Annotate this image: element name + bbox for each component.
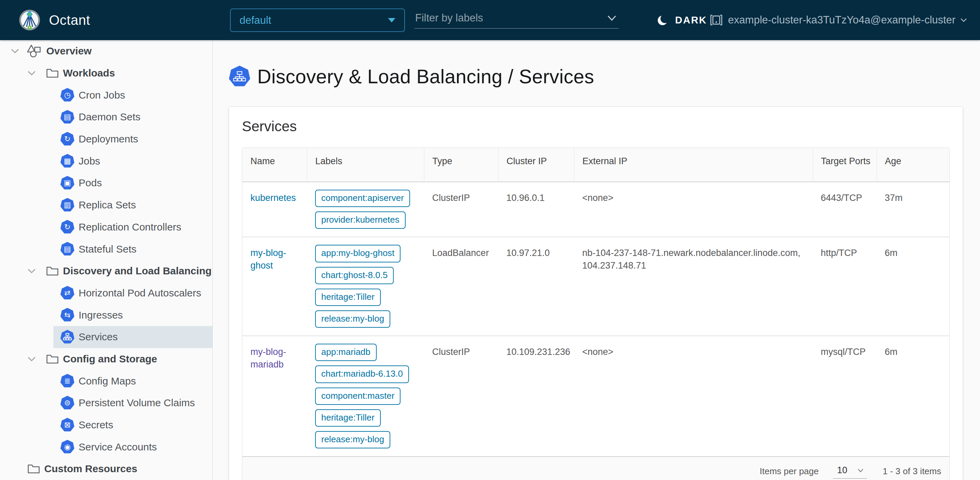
cron-jobs-icon: ◷ bbox=[60, 88, 75, 102]
sidebar-item-replication-controllers[interactable]: ↻Replication Controllers bbox=[53, 216, 212, 238]
chevron-down-icon[interactable] bbox=[27, 268, 36, 274]
column-header-age: Age bbox=[877, 148, 950, 182]
stateful-sets-icon: ▤ bbox=[60, 242, 75, 256]
label-tag[interactable]: app:mariadb bbox=[315, 344, 377, 361]
column-header-target-ports: Target Ports bbox=[813, 148, 877, 182]
app-title: Octant bbox=[49, 13, 90, 28]
label-tag[interactable]: component:master bbox=[315, 388, 401, 405]
replication-controllers-icon: ↻ bbox=[60, 220, 75, 234]
sidebar-item-custom-resources[interactable]: Custom Resources bbox=[0, 458, 212, 480]
horizontal-pod-autoscalers-icon: ⇄ bbox=[60, 286, 75, 300]
filter-by-labels-input[interactable]: Filter by labels bbox=[414, 8, 619, 29]
chevron-down-icon[interactable] bbox=[27, 356, 36, 362]
page-title: Discovery & Load Balancing / Services bbox=[229, 65, 963, 89]
moon-icon bbox=[656, 13, 670, 27]
sidebar-item-stateful-sets[interactable]: ▤Stateful Sets bbox=[53, 238, 212, 260]
name-cell: my-blog-ghost bbox=[242, 237, 307, 336]
sidebar-item-label: Horizontal Pod Autoscalers bbox=[79, 287, 201, 299]
service-link[interactable]: my-blog-ghost bbox=[250, 248, 286, 270]
chevron-down-icon[interactable] bbox=[11, 48, 19, 54]
chevron-down-icon bbox=[607, 15, 617, 21]
deployments-icon: ↻ bbox=[60, 132, 75, 146]
sidebar-item-config-maps[interactable]: ≣Config Maps bbox=[53, 370, 212, 392]
filter-placeholder: Filter by labels bbox=[415, 12, 483, 24]
label-tag[interactable]: chart:ghost-8.0.5 bbox=[315, 267, 394, 284]
sidebar-item-label: Jobs bbox=[79, 155, 100, 167]
label-tag[interactable]: release:my-blog bbox=[315, 431, 390, 448]
sidebar-item-label: Overview bbox=[46, 45, 92, 57]
sidebar-item-ingresses[interactable]: ⇆Ingresses bbox=[53, 304, 212, 326]
sidebar-item-cron-jobs[interactable]: ◷Cron Jobs bbox=[53, 84, 212, 106]
sidebar-item-overview[interactable]: Overview bbox=[0, 40, 212, 62]
sidebar-item-config-and-storage[interactable]: Config and Storage bbox=[0, 348, 212, 370]
label-tag[interactable]: component:apiserver bbox=[315, 190, 410, 207]
dark-theme-toggle[interactable]: DARK bbox=[656, 0, 707, 40]
brand: Octant bbox=[18, 9, 90, 31]
service-heptagon-icon bbox=[229, 66, 250, 87]
sidebar-item-label: Ingresses bbox=[79, 309, 123, 321]
sidebar-item-discovery-and-load-balancing[interactable]: Discovery and Load Balancing bbox=[0, 260, 212, 282]
namespace-select[interactable]: default bbox=[230, 8, 405, 32]
cluster-context-label: example-cluster-ka3TuTzYo4a@example-clus… bbox=[728, 14, 956, 26]
sidebar-item-label: Services bbox=[79, 331, 118, 343]
card-heading: Services bbox=[242, 117, 950, 135]
label-tag[interactable]: app:my-blog-ghost bbox=[315, 245, 401, 262]
label-tag[interactable]: provider:kubernetes bbox=[315, 211, 406, 229]
label-tag[interactable]: heritage:Tiller bbox=[315, 288, 381, 306]
sidebar-item-replica-sets[interactable]: ▥Replica Sets bbox=[53, 194, 212, 216]
items-per-page-select[interactable]: 10 bbox=[833, 464, 867, 478]
folder-icon bbox=[46, 68, 59, 79]
column-header-name: Name bbox=[242, 148, 307, 182]
cluster-ip-cell: 10.96.0.1 bbox=[498, 182, 574, 237]
sidebar-item-label: Discovery and Load Balancing bbox=[63, 265, 212, 277]
navigation-sidebar: OverviewWorkloads◷Cron Jobs▤Daemon Sets↻… bbox=[0, 40, 213, 480]
top-bar: Octant default Filter by labels DARK bbox=[0, 0, 980, 40]
target-ports-cell: 6443/TCP bbox=[813, 182, 877, 237]
column-header-cluster-ip: Cluster IP bbox=[498, 148, 574, 182]
column-header-external-ip: External IP bbox=[574, 148, 813, 182]
sidebar-item-jobs[interactable]: ▦Jobs bbox=[53, 150, 212, 172]
items-per-page-value: 10 bbox=[837, 465, 847, 475]
sidebar-item-label: Workloads bbox=[63, 67, 115, 79]
service-link[interactable]: kubernetes bbox=[250, 193, 296, 203]
items-per-page-label: Items per page bbox=[760, 466, 819, 477]
sidebar-item-label: Stateful Sets bbox=[79, 243, 137, 255]
sidebar-item-deployments[interactable]: ↻Deployments bbox=[53, 128, 212, 150]
octant-app: Octant default Filter by labels DARK bbox=[0, 0, 980, 480]
cluster-context-selector[interactable]: example-cluster-ka3TuTzYo4a@example-clus… bbox=[709, 0, 967, 40]
cluster-ip-cell: 10.97.21.0 bbox=[498, 237, 574, 336]
service-heptagon-icon bbox=[60, 330, 75, 344]
label-tag[interactable]: chart:mariadb-6.13.0 bbox=[315, 366, 409, 383]
type-cell: ClusterIP bbox=[424, 336, 498, 456]
target-ports-cell: http/TCP bbox=[813, 237, 877, 336]
folder-icon bbox=[27, 463, 40, 474]
name-cell: kubernetes bbox=[242, 182, 307, 237]
persistent-volume-claims-icon: ⊜ bbox=[60, 396, 75, 410]
sidebar-item-workloads[interactable]: Workloads bbox=[0, 62, 212, 84]
age-cell: 6m bbox=[877, 336, 950, 456]
labels-cell: app:mariadbchart:mariadb-6.13.0component… bbox=[307, 336, 424, 456]
name-cell: my-blog-mariadb bbox=[242, 336, 307, 456]
chevron-down-icon[interactable] bbox=[27, 70, 36, 76]
sidebar-item-label: Service Accounts bbox=[79, 441, 157, 453]
sidebar-item-label: Config and Storage bbox=[63, 353, 157, 365]
sidebar-item-services[interactable]: Services bbox=[53, 326, 212, 348]
sidebar-item-daemon-sets[interactable]: ▤Daemon Sets bbox=[53, 106, 212, 128]
sidebar-item-horizontal-pod-autoscalers[interactable]: ⇄Horizontal Pod Autoscalers bbox=[53, 282, 212, 304]
sidebar-item-secrets[interactable]: ⊠Secrets bbox=[53, 414, 212, 436]
caret-down-icon bbox=[388, 18, 395, 22]
label-tag[interactable]: heritage:Tiller bbox=[315, 409, 381, 427]
labels-cell: app:my-blog-ghostchart:ghost-8.0.5herita… bbox=[307, 237, 424, 336]
service-accounts-icon: ◉ bbox=[60, 440, 75, 454]
ingresses-icon: ⇆ bbox=[60, 308, 75, 322]
jobs-icon: ▦ bbox=[60, 154, 75, 168]
label-tag[interactable]: release:my-blog bbox=[315, 310, 390, 328]
sidebar-item-pods[interactable]: ▣Pods bbox=[53, 172, 212, 194]
age-cell: 6m bbox=[877, 237, 950, 336]
chevron-down-icon bbox=[858, 469, 864, 472]
sidebar-item-label: Deployments bbox=[79, 133, 138, 145]
service-link[interactable]: my-blog-mariadb bbox=[250, 347, 286, 369]
sidebar-item-persistent-volume-claims[interactable]: ⊜Persistent Volume Claims bbox=[53, 392, 212, 414]
chevron-down-icon bbox=[960, 18, 967, 22]
sidebar-item-service-accounts[interactable]: ◉Service Accounts bbox=[53, 436, 212, 458]
